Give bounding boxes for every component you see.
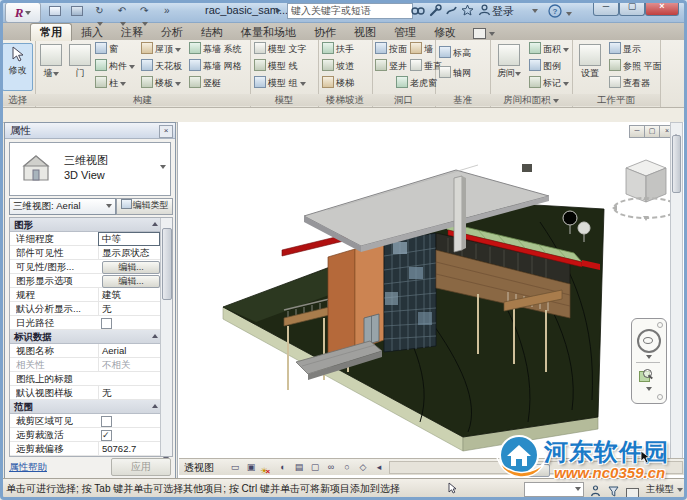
curtain-grid-button[interactable]: 幕墙 网格 (189, 59, 242, 74)
properties-close-button[interactable]: × (159, 125, 173, 138)
column-button[interactable]: 柱 (95, 76, 126, 91)
crop-visible-checkbox[interactable] (101, 416, 112, 427)
temporary-hide-icon[interactable]: ∞ (323, 460, 339, 475)
close-button[interactable]: × (645, 0, 679, 16)
show-work-plane-button[interactable]: 显示 (609, 42, 641, 57)
tag-button[interactable]: 标记 (529, 76, 569, 91)
qat-customize-button[interactable]: » (158, 3, 175, 19)
open-button[interactable] (46, 3, 63, 19)
steering-wheel-icon[interactable] (637, 329, 661, 353)
panel-label-opening[interactable]: 洞口 (372, 94, 435, 106)
window-button[interactable]: 窗 (95, 42, 118, 57)
panel-label-build[interactable]: 构建 (35, 94, 250, 106)
drawing-area[interactable]: ─ ▢ × (177, 122, 685, 478)
help-button[interactable]: ? (548, 4, 562, 20)
redo-button[interactable]: ↷ (136, 3, 153, 19)
panel-label-select[interactable]: 选择 (0, 94, 35, 106)
signin-button[interactable]: 登录 (492, 4, 514, 19)
model-text-button[interactable]: 模型 文字 (254, 42, 307, 57)
scroll-up-arrow[interactable] (162, 219, 170, 227)
unlocked-view-icon[interactable]: ◇ (355, 460, 371, 475)
panel-label-stair[interactable]: 楼梯坡道 (318, 94, 372, 106)
model-line-button[interactable]: 模型 线 (254, 59, 298, 74)
visual-style-icon[interactable]: ▣ (243, 460, 259, 475)
scroll-thumb[interactable] (672, 135, 681, 193)
scroll-down-arrow[interactable] (162, 447, 170, 455)
tab-modify[interactable]: 修改 (425, 24, 465, 41)
group-header-graphics[interactable]: 图形 (10, 218, 172, 232)
editable-only-icon[interactable] (625, 483, 639, 496)
search-button[interactable] (409, 3, 426, 18)
room-button[interactable]: 房间 (493, 43, 525, 80)
view-name-value[interactable]: Aerial (98, 344, 160, 357)
far-clip-offset-value[interactable]: 50762.7 (98, 442, 160, 455)
stair-button[interactable]: 楼梯 (322, 76, 354, 91)
panel-label-datum[interactable]: 基准 (435, 94, 490, 106)
set-work-plane-button[interactable]: 设置 (575, 43, 605, 80)
tab-structure[interactable]: 结构 (192, 24, 232, 41)
worksharing-icon[interactable] (589, 483, 603, 496)
analysis-display-value[interactable]: 无 (98, 302, 160, 315)
roof-button[interactable]: 屋顶 (141, 42, 181, 57)
reveal-hidden-icon[interactable]: ○ (339, 460, 355, 475)
area-button[interactable]: 面积 (529, 42, 569, 57)
undo-button[interactable]: ↶ (113, 3, 130, 19)
door-button[interactable]: 门 (67, 43, 93, 80)
tab-home[interactable]: 常用 (30, 23, 72, 41)
tab-insert[interactable]: 插入 (72, 24, 112, 41)
search-input[interactable] (287, 3, 413, 19)
viewer-button[interactable]: 查看器 (609, 76, 650, 91)
panel-label-model[interactable]: 模型 (250, 94, 318, 106)
gdo-edit-button[interactable]: 编辑... (102, 275, 160, 288)
collapse-chevron-icon[interactable] (152, 334, 158, 338)
scroll-up-arrow[interactable] (672, 124, 680, 132)
active-model-selector[interactable]: 主模型 (646, 483, 683, 496)
tab-manage[interactable]: 管理 (385, 24, 425, 41)
tab-view[interactable]: 视图 (345, 24, 385, 41)
vertical-scrollbar[interactable] (670, 122, 683, 460)
favorites-button[interactable] (459, 3, 476, 18)
grid-button[interactable]: 轴网 (439, 66, 471, 81)
crop-view-icon[interactable]: ▤ (291, 460, 307, 475)
tab-massing[interactable]: 体量和场地 (232, 24, 305, 41)
sync-button[interactable]: ↻ (91, 3, 108, 19)
level-button[interactable]: 标高 (439, 46, 471, 61)
ref-plane-button[interactable]: 参照 平面 (609, 59, 662, 74)
panel-label-room-area[interactable]: 房间和面积 (490, 94, 572, 106)
help-dropdown[interactable] (566, 7, 572, 18)
filter-icon[interactable] (607, 483, 621, 496)
shadows-icon[interactable]: ◐ (275, 460, 291, 475)
group-header-extents[interactable]: 范围 (10, 400, 172, 414)
curtain-system-button[interactable]: 幕墙 系统 (189, 42, 242, 57)
component-button[interactable]: 构件 (95, 59, 135, 74)
workshare-button[interactable] (427, 3, 444, 18)
modify-button[interactable]: 修改 (2, 43, 33, 91)
shaft-button[interactable]: 竖井 (375, 59, 407, 74)
vg-edit-button[interactable]: 编辑... (102, 261, 160, 274)
mullion-button[interactable]: 竖梃 (189, 76, 221, 91)
panel-label-work-plane[interactable]: 工作平面 (572, 94, 660, 106)
opening-by-face-button[interactable]: 按面 (375, 42, 407, 57)
properties-header[interactable]: 属性 (5, 123, 175, 139)
far-clip-checkbox[interactable] (101, 430, 112, 441)
communication-center-button[interactable] (443, 3, 460, 18)
discipline-value[interactable]: 建筑 (98, 288, 160, 301)
show-crop-icon[interactable]: ▢ (307, 460, 323, 475)
panel-display-selector[interactable] (473, 27, 495, 39)
legend-button[interactable]: 图例 (529, 59, 561, 74)
zoom-tool-icon[interactable] (639, 369, 653, 383)
wall-button[interactable]: 墙 (37, 43, 65, 80)
sun-path-off-icon[interactable]: ☀ (259, 465, 269, 477)
sun-path-checkbox[interactable] (101, 318, 112, 329)
edit-type-button[interactable]: 编辑类型 (116, 198, 173, 215)
opening-wall-button[interactable]: 墙 (410, 42, 433, 57)
view-template-value[interactable]: 无 (98, 386, 160, 399)
design-option-combo[interactable] (524, 482, 584, 497)
type-selector[interactable]: 三维视图 3D View (9, 142, 171, 196)
scroll-down-arrow[interactable] (672, 450, 680, 458)
view-minimize-button[interactable]: ─ (629, 125, 645, 138)
application-menu-button[interactable]: R (5, 2, 41, 23)
detail-level-value[interactable]: 中等 (98, 232, 160, 246)
constraints-icon[interactable]: ◂ (371, 460, 387, 475)
apply-button[interactable]: 应用 (111, 458, 171, 476)
